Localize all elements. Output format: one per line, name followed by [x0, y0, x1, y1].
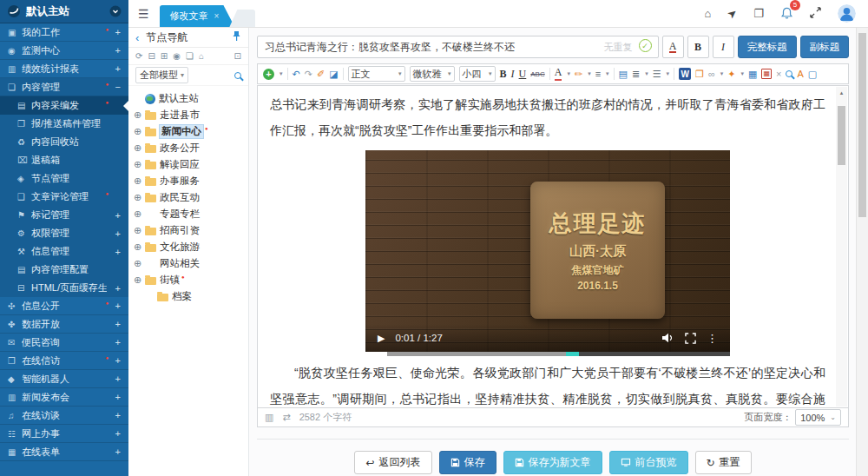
- page-scrollbar[interactable]: [856, 28, 868, 476]
- sidebar-item[interactable]: ▣ 我的工作 ● +: [0, 23, 128, 42]
- expand-toggle[interactable]: +: [110, 283, 121, 294]
- expand-toggle[interactable]: +: [110, 374, 121, 384]
- sidebar-item[interactable]: ⌧ 退稿箱: [0, 151, 128, 169]
- sidebar-item[interactable]: ✤ 数据开放 +: [0, 315, 128, 334]
- fullscreen-edit-icon[interactable]: ▢: [808, 69, 817, 79]
- sidebar-item[interactable]: ❑ 文章评论管理 ●: [0, 188, 128, 206]
- collapse-sidebar-icon[interactable]: [109, 5, 122, 17]
- chevron-down-icon[interactable]: ▾: [645, 70, 648, 77]
- tree-expand-icon[interactable]: ⊕: [134, 226, 145, 235]
- sidebar-item[interactable]: ▦ 在线表单 +: [0, 443, 128, 461]
- indent-icon[interactable]: ▤: [619, 69, 628, 79]
- tree-expand-icon[interactable]: ⊕: [134, 275, 145, 285]
- search-icon[interactable]: [234, 72, 241, 79]
- expand-toggle[interactable]: +: [110, 319, 121, 329]
- subtitle-button[interactable]: 副标题: [800, 36, 850, 58]
- article-title-input[interactable]: [257, 36, 659, 58]
- expand-toggle[interactable]: +: [110, 301, 121, 311]
- sidebar-header[interactable]: 默认主站: [0, 0, 128, 23]
- sidebar-item[interactable]: ⊟ HTML/页面缓存生成 +: [0, 279, 128, 297]
- word-import-icon[interactable]: W: [679, 68, 691, 80]
- expand-toggle[interactable]: +: [110, 410, 121, 420]
- sidebar-item[interactable]: ❏ 内容管理 ● −: [0, 78, 128, 96]
- tree-expand-icon[interactable]: ⊕: [134, 242, 145, 252]
- tree-node[interactable]: ⊕ 走进县市: [132, 107, 245, 123]
- chevron-down-icon[interactable]: ▾: [588, 70, 591, 77]
- sidebar-item[interactable]: ⚒ 信息管理 +: [0, 242, 128, 261]
- expand-toggle[interactable]: +: [110, 428, 121, 439]
- insert-media-button[interactable]: +: [263, 69, 274, 80]
- play-icon[interactable]: ▶: [378, 333, 385, 344]
- notifications-bell-icon[interactable]: 5: [780, 6, 793, 22]
- new-node-icon[interactable]: ❏: [186, 51, 194, 61]
- paragraph-style-select[interactable]: 正文 ▾: [348, 66, 405, 82]
- sidebar-item[interactable]: ▤ 内容管理配置: [0, 261, 128, 279]
- model-filter-select[interactable]: 全部模型 ▾: [135, 67, 188, 83]
- tree-expand-icon[interactable]: ⊕: [134, 259, 145, 268]
- auto-width-icon[interactable]: ⇄: [282, 412, 290, 423]
- title-color-button[interactable]: A: [662, 36, 684, 58]
- sidebar-item[interactable]: ◈ 节点管理: [0, 169, 128, 188]
- font-size-select[interactable]: 小四 ▾: [459, 66, 496, 82]
- strikethrough-icon[interactable]: ABC: [530, 70, 544, 78]
- eraser-icon[interactable]: ◪: [329, 69, 338, 79]
- expand-toggle[interactable]: +: [110, 392, 121, 402]
- fullscreen-icon[interactable]: [810, 7, 821, 20]
- expand-toggle[interactable]: −: [110, 82, 121, 92]
- align-icon[interactable]: ≡: [595, 69, 601, 79]
- tree-expand-icon[interactable]: ⊕: [134, 127, 145, 136]
- manuscript-grid-icon[interactable]: ▦: [761, 69, 772, 79]
- paste-icon[interactable]: ❐: [695, 69, 704, 79]
- chevron-down-icon[interactable]: ▾: [567, 70, 570, 77]
- page-width-select[interactable]: 100% ⌄: [795, 409, 841, 426]
- chevron-down-icon[interactable]: ▾: [606, 70, 609, 77]
- video-fullscreen-icon[interactable]: [685, 333, 696, 344]
- tree-expand-icon[interactable]: ⊕: [134, 110, 145, 120]
- font-family-select[interactable]: 微软雅 ▾: [410, 66, 455, 82]
- expand-toggle[interactable]: +: [110, 27, 121, 37]
- quick-action-icon[interactable]: ➤: [726, 6, 740, 21]
- expand-toggle[interactable]: +: [110, 228, 121, 239]
- tree-node[interactable]: ⊕ 招商引资: [132, 222, 245, 239]
- format-brush-icon[interactable]: ✐: [317, 69, 325, 79]
- tree-node[interactable]: ⊕ 街镇 ●: [132, 272, 245, 288]
- scrollbar-thumb[interactable]: [838, 106, 845, 165]
- home-icon[interactable]: ⌂: [705, 8, 712, 19]
- sidebar-item[interactable]: ❒ 在线信访 ● +: [0, 352, 128, 370]
- sidebar-item[interactable]: ☷ 网上办事 +: [0, 425, 128, 443]
- video-player[interactable]: 总理足迹 山西·太原 焦煤官地矿 2016.1.5 ▶ 0:01 / 1:27 …: [365, 150, 730, 356]
- element-path-icon[interactable]: ▥: [265, 412, 273, 423]
- tree-node[interactable]: ⊕ 解读回应: [132, 156, 245, 173]
- link-icon[interactable]: ∞: [708, 69, 715, 79]
- sidebar-item[interactable]: ⚙ 权限管理 +: [0, 224, 128, 242]
- chevron-down-icon[interactable]: ▾: [741, 70, 745, 77]
- underline-icon[interactable]: U: [519, 68, 527, 81]
- front-preview-button[interactable]: 前台预览: [609, 451, 688, 474]
- expand-toggle[interactable]: +: [110, 337, 121, 347]
- sidebar-item[interactable]: ▤ 内容采编发 ●: [0, 96, 128, 115]
- auto-format-icon[interactable]: ✦: [727, 69, 735, 79]
- tree-node[interactable]: ⊕ 新闻中心 ●: [132, 123, 245, 140]
- sidebar-item[interactable]: ◉ 监测中心 +: [0, 42, 128, 60]
- expand-toggle[interactable]: +: [110, 63, 121, 74]
- title-bold-button[interactable]: B: [687, 36, 709, 58]
- video-progress-bar[interactable]: [365, 352, 730, 356]
- redo-icon[interactable]: ↷: [305, 69, 312, 79]
- table-icon[interactable]: ▦: [748, 69, 757, 79]
- panel-switch-icon[interactable]: ⊡: [234, 51, 241, 61]
- big-font-icon[interactable]: A: [797, 69, 803, 79]
- sidebar-item[interactable]: ❐ 报/推送稿件管理: [0, 115, 128, 133]
- sidebar-item[interactable]: ✣ 信息公开 ● +: [0, 297, 128, 315]
- site-select-icon[interactable]: ◉: [173, 51, 181, 61]
- tree-expand-icon[interactable]: ⊕: [134, 176, 145, 186]
- video-menu-icon[interactable]: ⋮: [707, 332, 718, 345]
- unordered-list-icon[interactable]: ☰: [653, 69, 661, 79]
- title-italic-button[interactable]: I: [713, 36, 734, 58]
- tree-node[interactable]: ⊕ 专题专栏: [132, 206, 245, 222]
- sidebar-item[interactable]: ✉ 便民咨询 +: [0, 334, 128, 352]
- volume-icon[interactable]: [661, 333, 674, 343]
- expand-toggle[interactable]: +: [110, 446, 121, 457]
- bold-icon[interactable]: B: [500, 68, 507, 81]
- font-color-icon[interactable]: A: [555, 67, 562, 80]
- expand-toggle[interactable]: +: [110, 45, 121, 56]
